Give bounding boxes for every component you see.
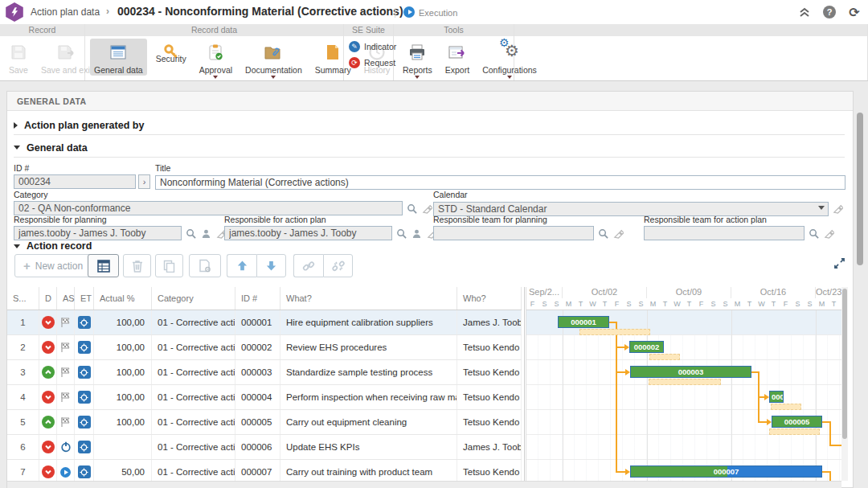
- col-header-who[interactable]: Who?: [457, 287, 522, 310]
- id-input[interactable]: [14, 174, 136, 189]
- gantt-day-label: S: [707, 298, 719, 310]
- gears-icon: ⚙ ⚙: [498, 41, 521, 64]
- gantt-bar[interactable]: 000007: [630, 465, 822, 478]
- gantt-day-label: M: [563, 298, 575, 310]
- table-row[interactable]: 4 100,00 01 - Corrective action 000004 P…: [7, 385, 522, 410]
- request-button[interactable]: ⟳ Request: [349, 55, 395, 70]
- export-button[interactable]: Export: [441, 39, 473, 76]
- gantt-day-label: S: [635, 298, 647, 310]
- gantt-scrollbar-thumb[interactable]: [842, 289, 847, 439]
- help-icon[interactable]: ?: [823, 6, 836, 18]
- page-title: 000234 - Nonconforming Material (Correct…: [117, 5, 403, 18]
- ribbon-group-se-suite-title: SE Suite: [344, 24, 393, 36]
- documentation-button[interactable]: Documentation: [241, 39, 306, 80]
- col-header-deadline[interactable]: D: [39, 287, 57, 310]
- gantt-day-label: F: [695, 298, 707, 310]
- gantt-day-label: T: [743, 298, 755, 310]
- section-general-data[interactable]: General data: [14, 138, 845, 158]
- section-action-plan-generated-by[interactable]: Action plan generated by: [14, 116, 845, 135]
- col-header-sequence[interactable]: S...: [7, 287, 39, 310]
- save-button[interactable]: Save: [5, 39, 32, 76]
- scope-target-icon: [78, 441, 91, 453]
- deadline-overdue-icon: [42, 391, 55, 404]
- gantt-week-row: Sep/2...Oct/02Oct/09Oct/16Oct/23: [526, 287, 841, 298]
- gantt-day-label: S: [804, 298, 816, 310]
- table-row[interactable]: 5 100,00 01 - Corrective action 000005 C…: [7, 410, 522, 435]
- grid-gantt-splitter[interactable]: [524, 287, 525, 481]
- delete-action-button[interactable]: [123, 254, 151, 277]
- status-finished-flag-icon: [60, 392, 72, 403]
- breadcrumb[interactable]: Action plan data: [31, 6, 100, 18]
- title-input[interactable]: [155, 175, 845, 190]
- gantt-connector: [829, 445, 841, 446]
- gantt-baseline-bar: [649, 379, 721, 385]
- gantt-day-label: S: [551, 298, 563, 310]
- copy-action-button[interactable]: [155, 254, 183, 277]
- table-row[interactable]: 3 100,00 01 - Corrective action 000003 S…: [7, 360, 522, 385]
- col-header-action-status[interactable]: AS: [57, 287, 75, 310]
- table-row[interactable]: 1 100,00 01 - Corrective action 000001 H…: [7, 310, 522, 335]
- table-row[interactable]: 7 50,00 01 - Corrective action 000007 Ca…: [7, 460, 522, 481]
- collapse-ribbon-icon[interactable]: [797, 5, 812, 19]
- arrow-down-icon: [265, 260, 277, 272]
- gantt-body: 000001 000002 000003 000004 000005 00000…: [526, 310, 841, 481]
- ribbon-group-tools: Tools Reports Export ⚙ ⚙ Config: [394, 24, 514, 80]
- reports-button[interactable]: Reports: [399, 39, 436, 80]
- security-button[interactable]: Security: [152, 39, 190, 64]
- move-up-button[interactable]: [227, 254, 256, 277]
- gantt-bar[interactable]: 000005: [772, 416, 822, 428]
- table-row[interactable]: 6 01 - Corrective action 000006 Update E…: [7, 435, 522, 460]
- gantt-bar[interactable]: 000004: [769, 391, 784, 403]
- col-header-actual[interactable]: Actual %: [94, 287, 152, 310]
- id-expand-button[interactable]: ›: [138, 174, 150, 189]
- grid-horizontal-scrollbar[interactable]: [7, 481, 841, 488]
- scope-target-icon: [78, 366, 91, 379]
- link-button[interactable]: [293, 254, 323, 277]
- col-header-execution-type[interactable]: ET: [75, 287, 94, 310]
- deadline-ok-icon: [42, 366, 55, 379]
- gantt-day-label: T: [599, 298, 611, 310]
- page-scrollbar[interactable]: [857, 92, 863, 486]
- col-header-id[interactable]: ID #: [235, 287, 280, 310]
- gantt-day-label: S: [623, 298, 635, 310]
- new-action-button[interactable]: + New action: [14, 254, 92, 277]
- maximize-grid-icon[interactable]: [833, 257, 845, 269]
- gantt-day-row: FSSMTWTFSSMTWTFSSMTWTFSSMT: [526, 298, 841, 310]
- gantt-day-label: T: [768, 298, 780, 310]
- clear-field-icon[interactable]: [831, 203, 844, 215]
- gantt-day-label: S: [538, 298, 551, 310]
- gantt-day-label: M: [816, 298, 828, 310]
- save-and-exit-icon: [56, 41, 77, 64]
- category-input[interactable]: [14, 201, 403, 215]
- gantt-baseline-bar: [579, 329, 650, 335]
- unlink-button[interactable]: [323, 254, 353, 277]
- general-data-button[interactable]: General data: [90, 39, 147, 76]
- gantt-bar[interactable]: 000002: [629, 341, 664, 353]
- search-icon[interactable]: [405, 202, 418, 215]
- panel-title: GENERAL DATA: [7, 92, 853, 111]
- deadline-overdue-icon: [42, 341, 55, 354]
- refresh-icon[interactable]: ⟳: [847, 5, 862, 19]
- expanded-arrow-icon: [14, 146, 20, 150]
- gantt-chart: Sep/2...Oct/02Oct/09Oct/16Oct/23 FSSMTWT…: [526, 287, 841, 481]
- table-row[interactable]: 2 100,00 01 - Corrective action 000002 R…: [7, 335, 522, 360]
- ribbon: Record Save Save and exit Record data: [0, 24, 868, 81]
- gantt-day-label: S: [719, 298, 731, 310]
- col-header-category[interactable]: Category: [152, 287, 235, 310]
- col-header-what[interactable]: What?: [280, 287, 457, 310]
- move-down-button[interactable]: [256, 254, 286, 277]
- gantt-bar[interactable]: 000003: [630, 366, 751, 378]
- section-action-record[interactable]: Action record: [14, 236, 845, 256]
- indicator-button[interactable]: ✎ Indicator: [349, 39, 396, 54]
- grid-view-button[interactable]: [88, 254, 119, 277]
- table-header-row: S... D AS ET Actual % Category ID # What…: [7, 287, 522, 310]
- page-scrollbar-thumb[interactable]: [857, 113, 863, 265]
- approval-button[interactable]: Approval: [195, 39, 236, 80]
- gantt-bar[interactable]: 000001: [558, 316, 609, 328]
- action-data-button[interactable]: [189, 254, 221, 277]
- clear-field-icon[interactable]: [420, 202, 433, 215]
- general-data-icon: [108, 41, 128, 64]
- gantt-connector: [758, 421, 767, 423]
- chevron-down-icon: [818, 206, 825, 210]
- expanded-arrow-icon: [14, 244, 20, 248]
